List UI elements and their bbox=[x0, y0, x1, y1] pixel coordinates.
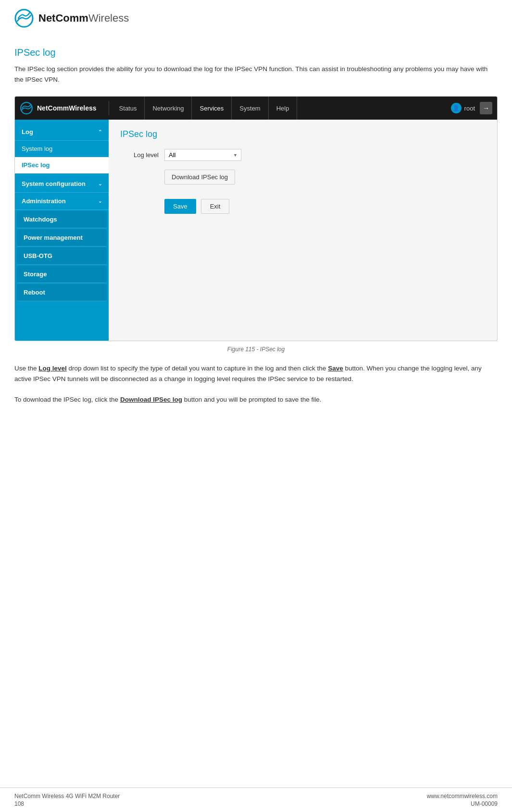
sidebar-system-config[interactable]: System configuration ⌄ bbox=[15, 175, 109, 193]
log-level-select[interactable]: All Debug Info Warning Error bbox=[164, 149, 241, 161]
download-ipsec-log-button[interactable]: Download IPSec log bbox=[164, 170, 235, 185]
navbar-divider bbox=[109, 101, 109, 115]
ui-navbar-brand: NetCommWireless bbox=[37, 104, 97, 112]
logout-icon[interactable]: → bbox=[480, 102, 492, 114]
sidebar-item-watchdogs[interactable]: Watchdogs bbox=[17, 211, 107, 228]
ui-user: 👤 root bbox=[451, 103, 475, 113]
sidebar-administration-label: Administration bbox=[22, 197, 66, 205]
username: root bbox=[464, 105, 475, 112]
sidebar-system-config-chevron: ⌄ bbox=[98, 181, 102, 186]
sidebar-item-storage[interactable]: Storage bbox=[17, 266, 107, 283]
sidebar-administration-chevron: ⌄ bbox=[98, 198, 102, 204]
sidebar-log-group[interactable]: Log ⌃ bbox=[15, 123, 109, 141]
bold-log-level: Log level bbox=[38, 365, 67, 372]
log-level-select-wrapper[interactable]: All Debug Info Warning Error bbox=[164, 149, 241, 161]
page-content: IPSec log The IPSec log section provides… bbox=[0, 33, 512, 429]
nav-item-status[interactable]: Status bbox=[112, 97, 145, 120]
footer-left: NetComm Wireless 4G WiFi M2M Router 108 bbox=[14, 793, 120, 807]
bold-download: Download IPSec log bbox=[120, 396, 182, 403]
nav-item-services[interactable]: Services bbox=[192, 97, 232, 120]
ui-content-panel: IPSec log Log level All Debug Info Warni… bbox=[109, 120, 497, 341]
ui-navbar-logo: NetCommWireless bbox=[20, 101, 97, 115]
logo: NetCommWireless bbox=[14, 9, 498, 28]
ui-frame: NetCommWireless Status Networking Servic… bbox=[14, 96, 498, 341]
exit-button[interactable]: Exit bbox=[201, 199, 230, 214]
sidebar-administration[interactable]: Administration ⌄ bbox=[15, 193, 109, 210]
user-avatar-icon: 👤 bbox=[451, 103, 462, 113]
bold-save: Save bbox=[328, 365, 343, 372]
sidebar-log-chevron: ⌃ bbox=[98, 129, 102, 135]
nav-item-help[interactable]: Help bbox=[269, 97, 298, 120]
save-exit-row: Save Exit bbox=[164, 199, 486, 214]
ui-content-title: IPSec log bbox=[120, 129, 486, 139]
save-button[interactable]: Save bbox=[164, 199, 196, 214]
sidebar-item-reboot[interactable]: Reboot bbox=[17, 284, 107, 301]
sidebar-system-config-label: System configuration bbox=[22, 180, 86, 187]
netcomm-logo-icon bbox=[14, 9, 34, 28]
body-text-1: Use the Log level drop down list to spec… bbox=[14, 363, 498, 385]
page-header: NetCommWireless bbox=[0, 0, 512, 33]
footer-page-number: 108 bbox=[14, 800, 120, 807]
sidebar-item-power-management[interactable]: Power management bbox=[17, 229, 107, 246]
download-btn-row: Download IPSec log bbox=[120, 170, 486, 192]
sidebar-item-usb-otg[interactable]: USB-OTG bbox=[17, 247, 107, 265]
sidebar-item-system-log[interactable]: System log bbox=[15, 141, 109, 157]
footer-doc-id: UM-00009 bbox=[471, 800, 498, 807]
section-title: IPSec log bbox=[14, 47, 498, 58]
ui-main: Log ⌃ System log IPSec log System config… bbox=[15, 120, 497, 341]
footer-right: www.netcommwireless.com UM-00009 bbox=[427, 793, 498, 807]
log-level-label: Log level bbox=[120, 151, 159, 159]
figure-caption: Figure 115 - IPSec log bbox=[14, 346, 498, 353]
nav-item-system[interactable]: System bbox=[232, 97, 268, 120]
sidebar-item-ipsec-log[interactable]: IPSec log bbox=[15, 157, 109, 173]
ui-navbar-right: 👤 root → bbox=[451, 102, 492, 114]
footer-website: www.netcommwireless.com bbox=[427, 793, 498, 800]
log-level-row: Log level All Debug Info Warning Error bbox=[120, 149, 486, 161]
logo-text: NetCommWireless bbox=[38, 12, 129, 25]
section-desc: The IPSec log section provides the abili… bbox=[14, 64, 498, 85]
ui-navbar-logo-icon bbox=[20, 101, 33, 115]
sidebar-log-label: Log bbox=[22, 128, 33, 135]
footer-product-name: NetComm Wireless 4G WiFi M2M Router bbox=[14, 793, 120, 800]
nav-item-networking[interactable]: Networking bbox=[145, 97, 192, 120]
body-text-2: To download the IPSec log, click the Dow… bbox=[14, 394, 498, 405]
ui-navbar: NetCommWireless Status Networking Servic… bbox=[15, 97, 497, 120]
page-footer: NetComm Wireless 4G WiFi M2M Router 108 … bbox=[0, 787, 512, 812]
ui-sidebar: Log ⌃ System log IPSec log System config… bbox=[15, 120, 109, 341]
ui-nav-items: Status Networking Services System Help bbox=[112, 97, 451, 120]
